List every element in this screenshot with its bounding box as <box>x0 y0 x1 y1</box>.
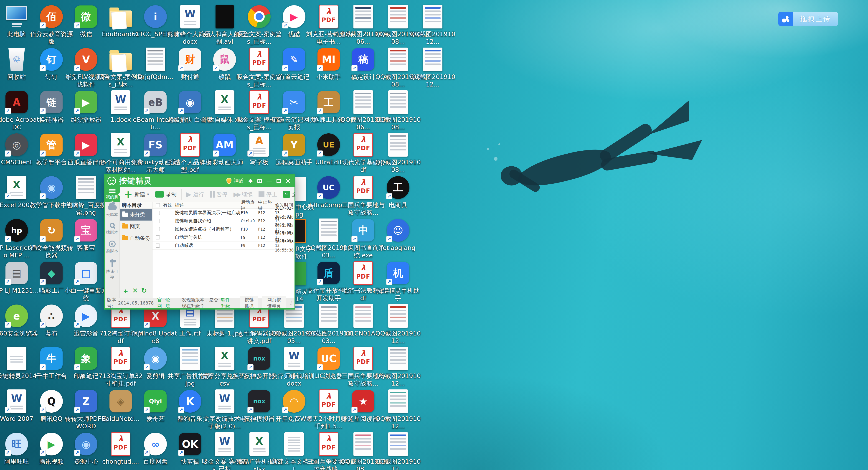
pdf-icon: λPDF <box>108 346 133 371</box>
maximize-button[interactable] <box>277 179 281 183</box>
shortcut-arrow-icon: ↗ <box>74 279 80 285</box>
shortcut-arrow-icon: ↗ <box>40 364 46 370</box>
sidebar-item-找脚本[interactable]: 找脚本 <box>105 220 120 238</box>
script-table: 有效 描述 启动热键 中止热键 修改时间 按键精灵脚本界面演示(一键启动) F1… <box>153 202 294 298</box>
toolbar-button-pause[interactable]: 暂停 <box>208 188 230 201</box>
tree-item-网页[interactable]: 网页 <box>120 221 152 232</box>
th-icon <box>143 47 168 72</box>
toolbar-button-stop[interactable]: 停止 <box>256 188 279 201</box>
ti-icon: 稿 ↗ <box>351 47 375 72</box>
window-title: 按键精灵 <box>119 176 152 186</box>
shortcut-arrow-icon: ↗ <box>317 65 323 71</box>
script-row[interactable]: 鼠标左键连点器（可调频率） F10 F12 2017-02-13 16:55:3… <box>153 225 294 233</box>
desktop-icon-label: QQ截图20191008... <box>375 116 421 131</box>
shortcut-arrow-icon: ↗ <box>213 65 219 71</box>
folder-icon <box>122 213 128 217</box>
minimize-button[interactable]: — <box>267 178 272 184</box>
official-site-link[interactable]: 官网 <box>157 297 163 309</box>
toolbar-button-new[interactable]: +新建▾ <box>122 188 151 201</box>
tree-item-未分类[interactable]: 未分类 <box>120 209 152 221</box>
key-grab-button[interactable]: 按键抓抓 <box>240 296 258 310</box>
desktop-icon[interactable]: QQ截图20191012... <box>375 346 421 387</box>
th-icon <box>386 346 410 371</box>
x-icon: X <box>247 432 272 456</box>
select-all-checkbox[interactable] <box>156 203 160 207</box>
desktop-icon-label: QQ截图20191012... <box>375 458 421 470</box>
shortcut-arrow-icon: ↗ <box>178 108 184 114</box>
desktop-icon[interactable]: QQ截图20191012... <box>375 304 421 345</box>
ti-icon: ✎ ↗ <box>282 47 306 72</box>
toolbar-button-record[interactable]: 录制 <box>153 188 179 201</box>
ci-icon: 工 ↗ <box>386 175 410 200</box>
baidu-netdisk-upload-badge[interactable]: 拖拽上传 <box>778 12 838 26</box>
toolbar-button-run[interactable]: ▶运行 <box>184 188 207 201</box>
pg-icon <box>4 346 29 371</box>
web-quick-macro-button[interactable]: 网页按键精灵 <box>262 296 286 310</box>
shortcut-arrow-icon: ↗ <box>5 236 11 242</box>
ti-icon: MI ↗ <box>316 47 341 72</box>
desktop-icon[interactable]: QQ截图20191008... <box>375 132 421 174</box>
camera-icon <box>155 191 164 197</box>
desktop-icon[interactable]: ☺ ↗ fotiaoqiang <box>375 218 421 251</box>
desktop-icon[interactable]: QQ截图20191008... <box>375 90 421 131</box>
row-checkbox[interactable] <box>156 227 160 231</box>
row-checkbox[interactable] <box>156 236 160 240</box>
desktop-icon-partially-hidden[interactable]: 精灵14 <box>296 262 308 303</box>
shortcut-arrow-icon: ↗ <box>40 407 46 413</box>
ti-icon: ◈ <box>108 389 133 413</box>
row-checkbox[interactable] <box>156 211 160 215</box>
toolbar-button-stopall[interactable]: All全部停止 <box>281 188 295 201</box>
settings-gear-icon[interactable]: ✱ <box>248 178 253 184</box>
stop-all-icon: All <box>283 191 290 198</box>
row-checkbox[interactable] <box>156 219 160 223</box>
desktop-icon[interactable]: 机 ↗ 按键精灵手机助手 <box>375 261 421 302</box>
shortcut-arrow-icon: ↗ <box>144 322 150 328</box>
desktop-icon[interactable]: 宝 ↗ 客服宝 <box>63 218 109 251</box>
desktop-icon[interactable]: QQ截图20191012... <box>375 432 421 470</box>
add-script-button[interactable]: ＋ <box>122 287 129 296</box>
row-checkbox[interactable] <box>156 244 160 248</box>
script-row[interactable]: 自动定时关机 F9 F12 2017-02-13 16:55:38 <box>153 233 294 242</box>
tree-item-自动备份[interactable]: 自动备份 <box>120 232 152 244</box>
start-hotkey: Ctrl+9 <box>241 219 258 223</box>
desktop-icon-partially-hidden[interactable]: 中心数pg <box>296 177 314 218</box>
software-upgrade-link[interactable]: 软件升级 <box>221 297 232 309</box>
ti-icon: 盾 ↗ <box>316 261 341 285</box>
script-description: 按键精灵自我介绍 <box>175 218 241 224</box>
shortcut-arrow-icon: ↗ <box>144 364 150 370</box>
desktop-icon[interactable]: 熊啸锋_百度搜索.png <box>63 175 109 216</box>
script-row[interactable]: 自动喊话 F9 F12 2017-02-13 16:55:38 <box>153 242 294 250</box>
close-button[interactable]: × <box>285 178 291 184</box>
table-header-row: 有效 描述 启动热键 中止热键 修改时间 <box>153 202 294 209</box>
ci-icon: UE ↗ <box>316 132 341 157</box>
skin-panel-icon[interactable]: ▾ <box>257 179 262 183</box>
delete-script-button[interactable]: ✕ <box>132 287 138 296</box>
ti-icon: 象 ↗ <box>74 346 98 371</box>
desktop-icon-partially-hidden[interactable]: R文字软件 <box>296 219 312 260</box>
plus-icon: + <box>124 190 133 199</box>
desktop-icon[interactable]: QQ截图20191012... <box>375 389 421 430</box>
desktop-icon-label: 按键精灵手机助手 <box>375 287 421 302</box>
sidebar-item-卖脚本[interactable]: $ 卖脚本 <box>105 238 120 256</box>
forum-link[interactable]: 论坛 <box>165 297 172 309</box>
coin-icon: $ <box>109 241 116 247</box>
desktop-icon[interactable]: QQ截图20191012... <box>410 47 455 88</box>
script-row[interactable]: 按键精灵自我介绍 Ctrl+9 F12 2017-02-13 16:55:38 <box>153 217 294 225</box>
tab-my-scripts[interactable]: 我的脚本 <box>105 187 120 202</box>
tree-item-label: 未分类 <box>130 211 145 218</box>
shortcut-arrow-icon: ↗ <box>317 151 323 157</box>
ti-icon: nox ↗ <box>247 389 272 413</box>
shortcut-arrow-icon: ↗ <box>40 65 46 71</box>
sidebar-item-云脚本[interactable]: 云脚本 <box>105 202 120 220</box>
desktop-icon[interactable]: □ ↗ 小白一键重装系统 <box>63 261 109 302</box>
refresh-scripts-button[interactable]: ↻ <box>141 287 147 296</box>
resize-grip[interactable] <box>290 301 292 305</box>
list-icon <box>109 189 116 193</box>
sidebar-item-快速引导[interactable]: 快速引导 <box>105 256 120 282</box>
start-hotkey: F10 <box>241 211 258 215</box>
desktop-icon-label: fotiaoqiang <box>375 244 421 251</box>
desktop-icon[interactable]: 工 ↗ 电商具 <box>375 175 421 209</box>
start-hotkey: F9 <box>241 235 258 240</box>
toolbar-button-resume[interactable]: ▶▶继续 <box>231 188 255 201</box>
desktop-icon[interactable]: QQ截图20191012... <box>410 4 455 45</box>
